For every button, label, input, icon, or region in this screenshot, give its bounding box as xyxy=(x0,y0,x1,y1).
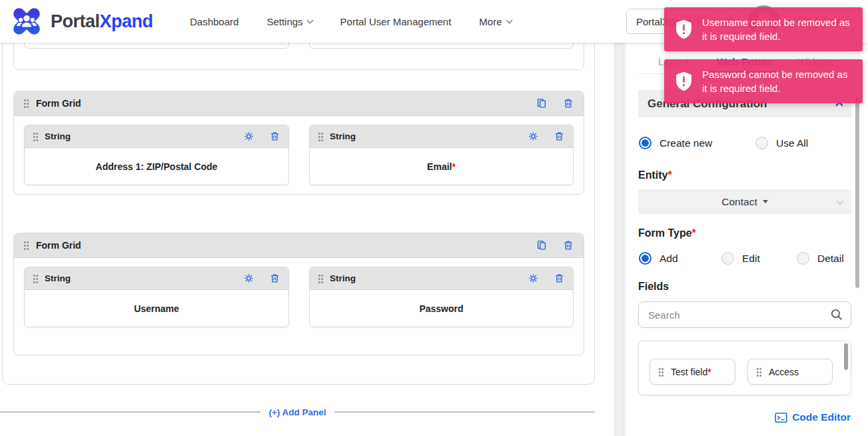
form-grid-panel: Form Grid xyxy=(13,91,584,195)
field-label: Address 1: ZIP/Postal Code xyxy=(96,161,218,172)
field-card[interactable]: String xyxy=(309,267,574,327)
radio-unselected-icon[interactable] xyxy=(797,252,809,265)
nav-dashboard[interactable]: Dashboard xyxy=(190,16,238,27)
field-type: String xyxy=(330,273,356,283)
chip-label: Test field xyxy=(671,367,707,377)
canvas-scrollbar-track[interactable] xyxy=(614,43,624,436)
drag-handle-icon[interactable] xyxy=(33,132,39,141)
drag-handle-icon[interactable] xyxy=(318,274,324,283)
drag-handle-icon[interactable] xyxy=(23,241,29,250)
nav-portal-user-management[interactable]: Portal User Management xyxy=(340,16,452,27)
settings-icon[interactable] xyxy=(243,131,254,142)
chip-label: Access xyxy=(769,367,799,377)
delete-icon[interactable] xyxy=(554,131,565,142)
field-card[interactable]: String xyxy=(24,267,289,327)
delete-icon[interactable] xyxy=(269,131,280,142)
form-type-label: Form Type* xyxy=(638,227,696,239)
toast-username-required[interactable]: Username cannot be removed as it is requ… xyxy=(664,7,863,51)
form-builder-canvas: Form Grid xyxy=(0,0,614,436)
drag-handle-icon[interactable] xyxy=(33,274,39,283)
field-card[interactable]: String xyxy=(24,125,289,185)
panel-title: Form Grid xyxy=(36,240,81,251)
drag-handle-icon[interactable] xyxy=(318,132,324,141)
drag-handle-icon[interactable] xyxy=(23,99,29,108)
shield-alert-icon xyxy=(675,71,693,91)
shield-alert-icon xyxy=(675,19,693,39)
radio-label: Use All xyxy=(776,137,808,149)
divider xyxy=(334,411,595,413)
delete-icon[interactable] xyxy=(562,97,574,109)
sidebar-scrollbar[interactable] xyxy=(855,97,859,288)
radio-unselected-icon[interactable] xyxy=(721,252,734,265)
required-mark: * xyxy=(707,367,711,377)
required-mark: * xyxy=(452,161,455,172)
radio-selected-icon[interactable] xyxy=(639,252,651,265)
fields-search xyxy=(638,301,851,328)
radio-create-new[interactable]: Create new xyxy=(639,137,712,149)
copy-icon[interactable] xyxy=(536,239,548,251)
toast-message: Password cannot be removed as it is requ… xyxy=(702,67,852,95)
form-workspace: Form Grid xyxy=(2,23,595,385)
nav-settings[interactable]: Settings xyxy=(266,16,312,27)
fields-list-scrollbar[interactable] xyxy=(844,343,848,370)
code-editor-label: Code Editor xyxy=(792,411,851,423)
delete-icon[interactable] xyxy=(554,273,565,284)
chevron-down-icon xyxy=(306,17,313,23)
field-card[interactable]: String xyxy=(309,125,574,185)
radio-add[interactable]: Add xyxy=(639,252,678,265)
brand[interactable]: PortalXpand xyxy=(9,4,153,39)
entity-label: Entity* xyxy=(638,169,672,181)
radio-unselected-icon[interactable] xyxy=(755,137,768,149)
caret-down-icon xyxy=(763,200,768,203)
radio-label: Add xyxy=(659,253,678,265)
panel-header[interactable]: Form Grid xyxy=(14,91,584,116)
delete-icon[interactable] xyxy=(269,273,280,284)
form-grid-panel: Form Grid xyxy=(13,233,584,355)
terminal-icon xyxy=(775,412,787,423)
field-type: String xyxy=(45,273,71,283)
copy-icon[interactable] xyxy=(536,97,548,109)
chevron-down-icon xyxy=(836,197,843,205)
delete-icon[interactable] xyxy=(562,239,574,251)
entity-select[interactable]: Contact xyxy=(638,189,851,214)
toast-container: Username cannot be removed as it is requ… xyxy=(664,7,863,111)
field-label: Username xyxy=(134,303,179,314)
fields-label: Fields xyxy=(638,281,669,293)
field-chip-access[interactable]: Access xyxy=(747,359,833,385)
settings-icon[interactable] xyxy=(528,273,539,284)
entity-selected-value: Contact xyxy=(721,196,757,208)
toast-message: Username cannot be removed as it is requ… xyxy=(702,15,852,43)
settings-icon[interactable] xyxy=(243,273,254,284)
brand-name: PortalXpand xyxy=(51,11,153,32)
add-panel-row: (+) Add Panel xyxy=(0,405,595,419)
panel-title: Form Grid xyxy=(36,98,81,109)
radio-selected-icon[interactable] xyxy=(639,137,651,149)
required-mark: * xyxy=(692,227,696,239)
main-nav: Dashboard Settings Portal User Managemen… xyxy=(190,0,512,43)
drag-handle-icon[interactable] xyxy=(658,367,664,377)
required-mark: * xyxy=(667,169,671,181)
toast-password-required[interactable]: Password cannot be removed as it is requ… xyxy=(664,59,863,103)
fields-list: Test field* Access xyxy=(638,341,851,395)
chevron-down-icon xyxy=(506,17,512,23)
field-label: Password xyxy=(419,303,463,314)
radio-detail[interactable]: Detail xyxy=(797,252,844,265)
field-chip-test-field[interactable]: Test field* xyxy=(650,359,735,385)
add-panel-button[interactable]: (+) Add Panel xyxy=(268,407,326,417)
field-label: Email xyxy=(427,161,452,172)
search-input[interactable] xyxy=(638,301,851,328)
radio-label: Edit xyxy=(742,253,760,265)
radio-edit[interactable]: Edit xyxy=(721,252,760,265)
settings-icon[interactable] xyxy=(528,131,539,142)
radio-use-all[interactable]: Use All xyxy=(755,137,808,149)
code-editor-link[interactable]: Code Editor xyxy=(775,411,851,423)
divider xyxy=(0,411,260,413)
search-icon[interactable] xyxy=(830,308,843,321)
radio-label: Create new xyxy=(659,137,712,149)
field-type: String xyxy=(330,131,356,141)
drag-handle-icon[interactable] xyxy=(756,367,762,377)
panel-header[interactable]: Form Grid xyxy=(14,233,584,258)
radio-label: Detail xyxy=(817,253,844,265)
portalxpand-logo-icon xyxy=(9,4,44,39)
nav-more[interactable]: More xyxy=(479,16,511,27)
